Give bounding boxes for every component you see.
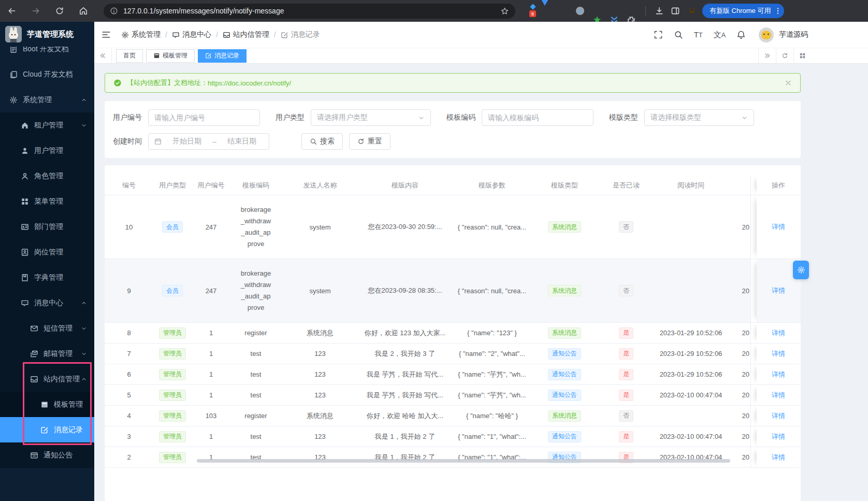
font-size-icon[interactable]: TT — [694, 31, 703, 39]
success-check-icon — [113, 79, 122, 87]
fullscreen-icon[interactable] — [654, 30, 663, 39]
chrome-update-button[interactable]: 有新版 Chrome 可用 — [702, 4, 784, 18]
sidebar-item-role-manage[interactable]: 角色管理 — [0, 163, 94, 189]
detail-link[interactable]: 详情 — [772, 370, 785, 379]
sidebar-item-label: 菜单管理 — [34, 197, 63, 206]
browser-toolbar: 127.0.0.1/system/messages/notify/notify-… — [0, 0, 868, 22]
extension-ring-icon[interactable] — [575, 6, 585, 16]
browser-home-icon[interactable] — [79, 6, 88, 16]
cell-template-code: test — [230, 385, 281, 405]
extension-circle-icon[interactable] — [558, 6, 568, 16]
detail-link[interactable]: 详情 — [772, 391, 785, 400]
breadcrumb-separator: / — [216, 31, 218, 39]
detail-link[interactable]: 详情 — [772, 349, 785, 359]
breadcrumb-item[interactable]: 消息记录 — [281, 30, 320, 39]
extension-icon[interactable]: 8 — [524, 6, 534, 16]
tags-layout-icon[interactable] — [793, 48, 811, 63]
tab-消息记录[interactable]: 消息记录 — [198, 49, 247, 63]
table-row: 8管理员1register系统消息你好，欢迎 123 加入大家...{ "nam… — [105, 322, 801, 343]
breadcrumb-item[interactable]: 站内信管理 — [223, 30, 269, 39]
extension-chevrons-icon[interactable] — [609, 6, 619, 16]
tab-首页[interactable]: 首页 — [116, 49, 143, 63]
column-header: 阅读时间 — [656, 176, 726, 195]
user-id-input[interactable] — [154, 113, 254, 122]
url-text[interactable]: 127.0.0.1/system/messages/notify/notify-… — [123, 7, 500, 15]
sidebar-item-message-center[interactable]: 消息中心 — [0, 290, 94, 316]
cell-params: { "reason": null, "crea... — [451, 195, 533, 259]
alert-close-icon[interactable] — [785, 79, 792, 87]
detail-link[interactable]: 详情 — [772, 411, 785, 421]
browser-menu-icon[interactable] — [774, 7, 782, 15]
alert-doc-link[interactable]: https://doc.iocoder.cn/notify/ — [208, 79, 291, 87]
search-icon[interactable] — [674, 30, 683, 39]
reset-button[interactable]: 重置 — [349, 133, 390, 150]
sidebar-item-menu-manage[interactable]: 菜单管理 — [0, 189, 94, 214]
language-icon[interactable]: 文A — [714, 31, 726, 39]
sidebar-item-announcement[interactable]: 通知公告 — [0, 442, 94, 468]
table-row: 2管理员1test123我是 1，我开始 2 了{ "name": "1", "… — [105, 447, 801, 468]
detail-link[interactable]: 详情 — [772, 286, 785, 295]
downloads-icon[interactable] — [655, 6, 664, 16]
table-row: 10会员247brokerage_withdraw_audit_approves… — [105, 195, 801, 259]
template-type-select[interactable]: 请选择模版类型 — [644, 109, 754, 126]
extensions-puzzle-icon[interactable] — [626, 6, 636, 16]
search-button[interactable]: 搜索 — [301, 133, 343, 150]
cell-user-id: 247 — [192, 259, 230, 322]
sidebar-item-template-manage[interactable]: 模板管理 — [0, 392, 94, 417]
sidebar-item-notify-manage[interactable]: 站内信管理 — [0, 366, 94, 392]
settings-drawer-button[interactable] — [793, 261, 809, 279]
sidebar-item-sms-manage[interactable]: 短信管理 — [0, 316, 94, 341]
sidebar-item-system-manage[interactable]: 系统管理 — [0, 87, 94, 112]
cell-id: 6 — [105, 364, 153, 384]
sidebar-item-cloud-docs[interactable]: Cloud 开发文档 — [0, 62, 94, 87]
horizontal-scrollbar[interactable] — [197, 459, 730, 463]
sidebar-item-message-record[interactable]: 消息记录 — [0, 417, 94, 442]
cell-read-time: 2023-02-10 00:47:04 — [656, 426, 726, 447]
detail-link[interactable]: 详情 — [772, 453, 785, 462]
bookmark-star-icon[interactable] — [500, 7, 509, 16]
tags-scroll-left-icon[interactable] — [94, 48, 112, 63]
app-logo-bar[interactable]: 芋道管理系统 — [0, 22, 94, 47]
user-menu[interactable]: 芋道源码 — [759, 27, 808, 42]
address-bar[interactable]: 127.0.0.1/system/messages/notify/notify-… — [104, 4, 515, 19]
browser-reload-icon[interactable] — [55, 6, 64, 16]
browser-forward-icon[interactable] — [31, 6, 40, 16]
site-info-icon[interactable] — [110, 7, 118, 15]
cell-action: 详情 — [757, 323, 800, 343]
cell-sender: 123 — [281, 343, 359, 364]
breadcrumb-item[interactable]: 消息中心 — [172, 30, 211, 39]
tab-模板管理[interactable]: 模板管理 — [146, 49, 195, 63]
cell-read-time — [656, 259, 726, 322]
template-code-input[interactable] — [488, 113, 587, 122]
cell-user-id: 1 — [192, 343, 230, 364]
sidebar-item-post-manage[interactable]: 岗位管理 — [0, 239, 94, 265]
profile-emoji-icon[interactable] — [687, 6, 697, 16]
tags-refresh-icon[interactable] — [776, 48, 793, 63]
detail-link[interactable]: 详情 — [772, 222, 785, 232]
cell-template-type: 系统消息 — [533, 323, 596, 343]
extension-kite-icon[interactable] — [541, 6, 551, 16]
page-content: 【站内信配置】文档地址： https://doc.iocoder.cn/noti… — [94, 64, 868, 501]
sidebar-item-mailbox-manage[interactable]: 邮箱管理 — [0, 341, 94, 366]
cell-create-time-clipped: 20 — [726, 447, 750, 467]
user-type-select[interactable]: 请选择用户类型 — [311, 109, 431, 126]
breadcrumb-item[interactable]: 系统管理 — [121, 30, 161, 39]
sidebar-item-tenant-manage[interactable]: 租户管理 — [0, 112, 94, 138]
date-range-picker[interactable]: 开始日期 – 结束日期 — [148, 133, 269, 150]
template-type-badge: 系统消息 — [548, 327, 581, 339]
notification-bell-icon[interactable] — [736, 30, 746, 39]
sidebar-item-dict-manage[interactable]: 字典管理 — [0, 265, 94, 290]
sidebar-item-user-manage[interactable]: 用户管理 — [0, 138, 94, 163]
extension-star-icon[interactable] — [592, 6, 602, 16]
detail-link[interactable]: 详情 — [772, 432, 785, 441]
browser-back-icon[interactable] — [7, 6, 17, 16]
tags-scroll-right-icon[interactable] — [758, 48, 776, 63]
breadcrumb-label: 系统管理 — [132, 30, 161, 39]
side-panel-icon[interactable] — [671, 6, 680, 16]
sidebar-item-dept-manage[interactable]: 部门管理 — [0, 214, 94, 239]
cell-user-type: 管理员 — [153, 447, 192, 467]
cell-user-id: 1 — [192, 323, 230, 343]
column-header: 模版内容 — [359, 176, 451, 195]
collapse-menu-icon[interactable] — [102, 30, 111, 39]
detail-link[interactable]: 详情 — [772, 328, 785, 338]
